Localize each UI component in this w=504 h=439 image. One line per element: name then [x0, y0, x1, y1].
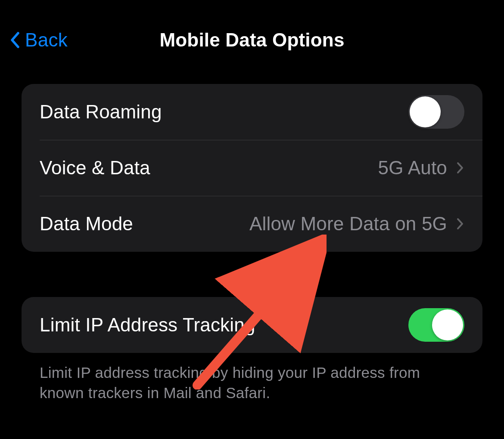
settings-group-1: Data Roaming Voice & Data 5G Auto Data M…: [22, 84, 482, 252]
chevron-right-icon: [456, 216, 464, 231]
voice-data-row[interactable]: Voice & Data 5G Auto: [22, 140, 482, 196]
page-title: Mobile Data Options: [9, 29, 495, 51]
chevron-left-icon: [9, 30, 21, 50]
toggle-knob: [432, 309, 463, 340]
data-roaming-row[interactable]: Data Roaming: [22, 84, 482, 140]
chevron-right-icon: [456, 161, 464, 175]
back-label: Back: [25, 29, 68, 51]
settings-group-2: Limit IP Address Tracking: [22, 297, 482, 353]
data-mode-row[interactable]: Data Mode Allow More Data on 5G: [22, 196, 482, 252]
data-roaming-label: Data Roaming: [40, 101, 408, 123]
data-mode-value: Allow More Data on 5G: [249, 213, 447, 235]
limit-ip-tracking-row[interactable]: Limit IP Address Tracking: [22, 297, 482, 353]
toggle-knob: [410, 96, 441, 127]
voice-data-label: Voice & Data: [40, 157, 378, 179]
navigation-bar: Back Mobile Data Options: [0, 0, 504, 60]
data-mode-label: Data Mode: [40, 213, 249, 235]
back-button[interactable]: Back: [9, 29, 68, 51]
content-area: Data Roaming Voice & Data 5G Auto Data M…: [0, 60, 504, 403]
limit-ip-tracking-footer: Limit IP address tracking by hiding your…: [22, 353, 482, 403]
data-roaming-toggle[interactable]: [408, 95, 464, 129]
limit-ip-tracking-toggle[interactable]: [408, 308, 464, 342]
limit-ip-tracking-label: Limit IP Address Tracking: [40, 314, 408, 336]
voice-data-value: 5G Auto: [378, 157, 447, 179]
